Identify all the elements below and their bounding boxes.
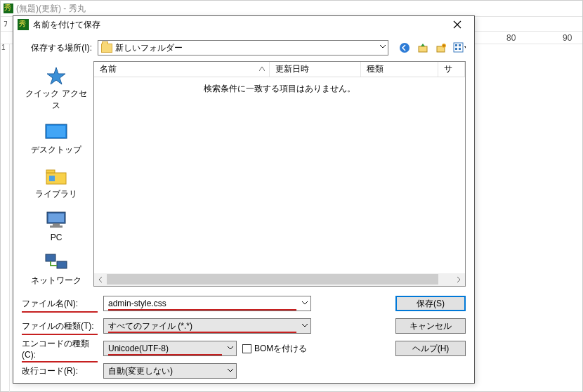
back-icon — [399, 42, 410, 53]
button-label: ヘルプ(H) — [412, 343, 450, 355]
col-label: 種類 — [367, 63, 384, 75]
svg-marker-9 — [47, 67, 65, 84]
chevron-down-icon — [227, 344, 234, 351]
chevron-left-icon — [98, 277, 103, 282]
col-size[interactable]: サ — [438, 62, 465, 77]
lookin-combo[interactable]: 新しいフォルダー — [98, 40, 388, 55]
main-title: (無題)(更新) - 秀丸 — [16, 3, 86, 15]
dialog-body: 保存する場所(I): 新しいフォルダー — [13, 33, 474, 385]
line-number: 1 — [0, 44, 9, 51]
svg-point-0 — [400, 43, 410, 53]
place-label: ネットワーク — [31, 275, 81, 287]
place-label: クイック アクセス — [25, 88, 88, 112]
up-folder-icon — [417, 42, 428, 53]
svg-rect-11 — [47, 126, 65, 137]
encode-value: Unicode(UTF-8) — [108, 344, 169, 353]
newline-combo[interactable]: 自動(変更しない) — [103, 363, 237, 379]
close-button[interactable] — [445, 16, 470, 33]
svg-rect-19 — [46, 254, 55, 261]
svg-rect-18 — [50, 226, 63, 228]
mid-area: クイック アクセス デスクトップ ライブラリ — [22, 61, 466, 287]
newline-label: 改行コード(R): — [22, 365, 98, 377]
svg-rect-8 — [459, 48, 461, 50]
back-button[interactable] — [398, 41, 411, 54]
encode-combo[interactable]: Unicode(UTF-8) — [103, 341, 237, 356]
place-desktop[interactable]: デスクトップ — [25, 122, 88, 156]
chevron-down-icon — [301, 299, 308, 306]
place-label: ライブラリ — [35, 188, 77, 200]
col-label: サ — [444, 63, 452, 75]
new-folder-icon — [435, 42, 447, 53]
scroll-track[interactable] — [107, 273, 452, 286]
scroll-left-button[interactable] — [94, 273, 107, 286]
chevron-right-icon — [456, 277, 461, 282]
place-library[interactable]: ライブラリ — [25, 166, 88, 200]
ruler-tick: 80 — [506, 33, 516, 43]
col-date[interactable]: 更新日時 — [270, 62, 361, 77]
lookin-value: 新しいフォルダー — [115, 42, 183, 54]
lookin-label: 保存する場所(I): — [22, 42, 92, 54]
filename-field[interactable] — [108, 299, 298, 308]
library-icon — [44, 166, 69, 187]
help-button[interactable]: ヘルプ(H) — [395, 341, 466, 356]
nav-icons — [394, 41, 466, 54]
app-icon — [4, 4, 13, 13]
desktop-icon — [44, 122, 69, 143]
cancel-button[interactable]: キャンセル — [395, 318, 466, 334]
col-label: 更新日時 — [275, 63, 309, 75]
svg-rect-13 — [46, 170, 55, 173]
svg-rect-1 — [419, 46, 427, 52]
col-name[interactable]: 名前 — [94, 62, 270, 77]
empty-message: 検索条件に一致する項目はありません。 — [204, 83, 355, 95]
view-menu-button[interactable] — [453, 41, 466, 54]
encode-label: エンコードの種類(C): — [22, 338, 98, 360]
svg-rect-4 — [454, 43, 463, 52]
filename-input[interactable] — [103, 296, 311, 311]
dialog-title: 名前を付けて保存 — [33, 19, 445, 31]
col-label: 名前 — [100, 63, 117, 75]
folder-icon — [101, 44, 112, 53]
button-label: キャンセル — [410, 320, 452, 332]
svg-rect-6 — [459, 44, 461, 46]
main-titlebar: (無題)(更新) - 秀丸 — [1, 1, 582, 16]
bom-label: BOMを付ける — [254, 343, 307, 355]
bom-checkbox-row[interactable]: BOMを付ける — [242, 343, 307, 355]
scroll-thumb[interactable] — [107, 274, 438, 285]
scroll-right-button[interactable] — [452, 273, 465, 286]
chevron-down-icon — [227, 367, 234, 374]
filename-label: ファイル名(N): — [22, 298, 98, 310]
place-network[interactable]: ネットワーク — [25, 252, 88, 287]
line-gutter: 1 — [0, 44, 10, 392]
up-button[interactable] — [417, 41, 429, 54]
places-bar: クイック アクセス デスクトップ ライブラリ — [22, 61, 91, 287]
lookin-row: 保存する場所(I): 新しいフォルダー — [22, 39, 466, 57]
file-list: 名前 更新日時 種類 サ 検索条件に一致する項目はありません。 — [93, 61, 466, 287]
save-as-dialog: 名前を付けて保存 保存する場所(I): 新しいフォルダー — [13, 15, 475, 384]
chevron-down-icon — [301, 322, 308, 329]
save-button[interactable]: 保存(S) — [395, 296, 466, 311]
quick-access-icon — [44, 65, 69, 86]
dialog-titlebar: 名前を付けて保存 — [13, 16, 474, 33]
place-pc[interactable]: PC — [25, 210, 88, 242]
network-icon — [44, 252, 69, 273]
pc-icon — [44, 210, 69, 231]
svg-rect-7 — [455, 48, 457, 50]
svg-rect-5 — [455, 44, 457, 46]
list-content[interactable]: 検索条件に一致する項目はありません。 — [94, 77, 465, 273]
place-quick-access[interactable]: クイック アクセス — [25, 65, 88, 112]
chevron-down-icon — [379, 43, 386, 50]
close-icon — [453, 20, 461, 29]
new-folder-button[interactable] — [435, 41, 447, 54]
bom-checkbox[interactable] — [242, 344, 251, 353]
sort-asc-icon — [259, 67, 265, 71]
hscrollbar[interactable] — [94, 273, 465, 286]
filetype-value: すべてのファイル (*.*) — [108, 320, 192, 332]
ruler-tick: 90 — [563, 33, 572, 43]
view-icon — [453, 42, 466, 53]
list-headers: 名前 更新日時 種類 サ — [94, 62, 465, 77]
col-type[interactable]: 種類 — [361, 62, 438, 77]
app-icon — [18, 19, 29, 30]
bottom-controls: ファイル名(N): 保存(S) ファイルの種類(T): すべてのファイル (*.… — [22, 291, 466, 379]
filetype-combo[interactable]: すべてのファイル (*.*) — [103, 318, 311, 334]
button-label: 保存(S) — [417, 298, 445, 310]
